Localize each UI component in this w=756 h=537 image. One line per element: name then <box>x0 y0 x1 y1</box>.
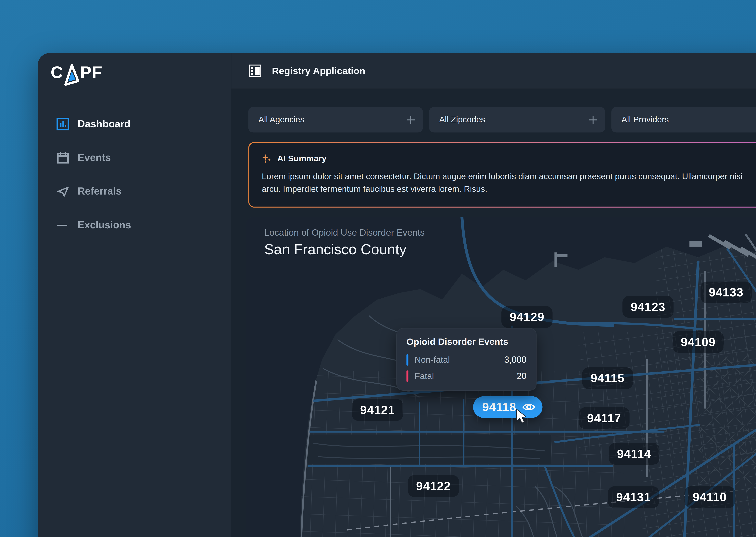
map-heading: Location of Opioid Use Disorder Events S… <box>264 227 425 258</box>
selected-zip-text: 94118 <box>482 400 516 414</box>
brand-logo: C PF <box>51 62 231 86</box>
ai-summary-body: Lorem ipsum dolor sit amet consectetur. … <box>262 170 756 195</box>
zip-label-94133[interactable]: 94133 <box>700 281 752 303</box>
sidebar-item-referrals[interactable]: Referrals <box>38 182 231 200</box>
top-bar: Registry Application <box>232 53 756 89</box>
main-content: All Agencies All Zipcodes All Providers <box>232 89 756 537</box>
app-window: C PF Dashboard <box>38 53 756 537</box>
sidebar: C PF Dashboard <box>38 53 231 537</box>
sidebar-item-label: Exclusions <box>77 219 131 231</box>
sidebar-item-label: Dashboard <box>77 118 131 130</box>
ai-summary-line: arcu. Imperdiet fermentum faucibus est v… <box>262 183 756 195</box>
zip-label-94115[interactable]: 94115 <box>582 367 633 389</box>
tooltip-row-fatal: Fatal 20 <box>406 370 526 383</box>
zip-label-94131[interactable]: 94131 <box>608 486 659 508</box>
plus-icon <box>406 115 415 124</box>
zip-label-94123[interactable]: 94123 <box>623 296 674 318</box>
calendar-icon <box>57 151 69 164</box>
tooltip-row-label: Fatal <box>415 371 516 381</box>
filter-bar: All Agencies All Zipcodes All Providers <box>248 107 756 133</box>
zip-label-94114[interactable]: 94114 <box>609 443 659 465</box>
sidebar-item-events[interactable]: Events <box>38 148 231 167</box>
page-title: Registry Application <box>272 65 365 76</box>
map-title: San Francisco County <box>264 241 425 258</box>
logo-text-prefix: C <box>51 62 63 82</box>
ai-summary-card: AI Summary Lorem ipsum dolor sit amet co… <box>248 142 756 208</box>
sidebar-nav: Dashboard Events Referrals <box>38 115 231 234</box>
sidebar-item-label: Events <box>77 152 111 163</box>
desktop-background: C PF Dashboard <box>0 0 756 537</box>
filter-label: All Agencies <box>258 115 304 125</box>
nonfatal-color-bar <box>406 354 408 366</box>
dash-icon <box>57 219 69 231</box>
zip-label-94117[interactable]: 94117 <box>579 407 629 429</box>
map-tooltip: Opioid Disorder Events Non-fatal 3,000 F… <box>396 328 537 391</box>
zip-label-94110[interactable]: 94110 <box>685 486 735 508</box>
zip-label-94122[interactable]: 94122 <box>408 475 459 497</box>
filter-label: All Providers <box>622 115 669 125</box>
filter-all-agencies[interactable]: All Agencies <box>248 107 423 133</box>
zip-label-94118-selected[interactable]: 94118 <box>473 396 542 418</box>
sidebar-item-dashboard[interactable]: Dashboard <box>38 115 231 133</box>
map-subtitle: Location of Opioid Use Disorder Events <box>264 227 425 238</box>
sparkle-icon <box>262 153 272 164</box>
ai-summary-header: AI Summary <box>262 153 756 164</box>
fatal-color-bar <box>406 370 408 382</box>
send-icon <box>57 185 69 198</box>
bar-chart-icon <box>57 117 69 130</box>
sidebar-item-exclusions[interactable]: Exclusions <box>38 216 231 234</box>
logo-text-suffix: PF <box>80 62 103 82</box>
zip-label-94109[interactable]: 94109 <box>673 331 724 353</box>
ai-summary-line: Lorem ipsum dolor sit amet consectetur. … <box>262 170 756 183</box>
logo-a-mark <box>64 63 79 86</box>
tooltip-row-nonfatal: Non-fatal 3,000 <box>406 354 526 366</box>
cursor-pointer-icon <box>514 409 528 424</box>
tooltip-row-label: Non-fatal <box>415 355 504 365</box>
ai-summary-title: AI Summary <box>277 153 327 163</box>
plus-icon <box>589 115 597 124</box>
sidebar-item-label: Referrals <box>77 186 121 197</box>
zip-label-94121[interactable]: 94121 <box>352 399 403 421</box>
zip-label-94129[interactable]: 94129 <box>502 306 553 328</box>
tooltip-title: Opioid Disorder Events <box>406 337 526 348</box>
map-panel: Location of Opioid Use Disorder Events S… <box>246 217 756 537</box>
panel-layout-icon <box>249 64 261 77</box>
tooltip-row-value: 20 <box>516 371 526 382</box>
filter-all-zipcodes[interactable]: All Zipcodes <box>429 107 605 133</box>
filter-all-providers[interactable]: All Providers <box>611 107 756 133</box>
tooltip-row-value: 3,000 <box>504 354 526 365</box>
filter-label: All Zipcodes <box>439 115 485 125</box>
